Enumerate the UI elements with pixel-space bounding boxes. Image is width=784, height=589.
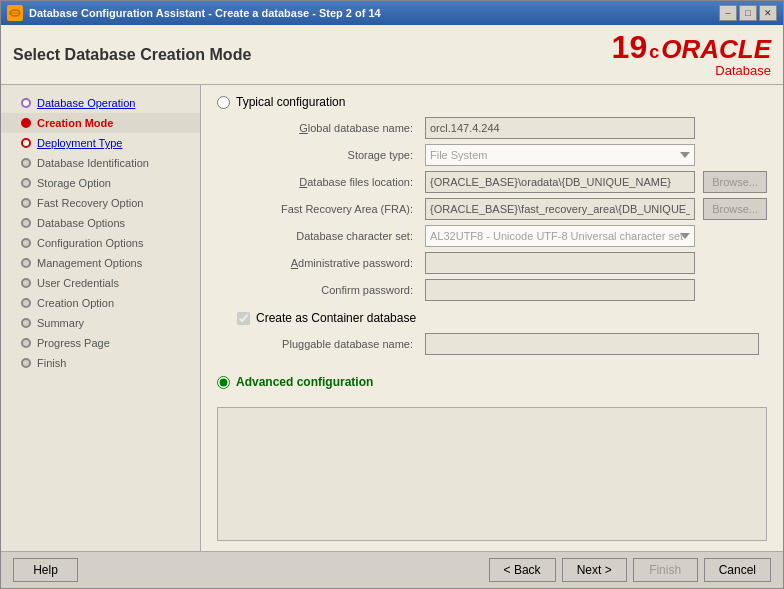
- help-button[interactable]: Help: [13, 558, 78, 582]
- next-button[interactable]: Next >: [562, 558, 627, 582]
- step-circle-2: [21, 118, 31, 128]
- advanced-label[interactable]: Advanced configuration: [236, 375, 373, 389]
- back-label: < Back: [504, 563, 541, 577]
- sidebar-item-database-options: Database Options: [1, 213, 200, 233]
- sidebar-item-database-operation[interactable]: Database Operation: [1, 93, 200, 113]
- sidebar-label-configuration-options: Configuration Options: [37, 237, 143, 249]
- charset-spacer: [703, 225, 767, 247]
- db-files-browse-button[interactable]: Browse...: [703, 171, 767, 193]
- sidebar-label-storage-option: Storage Option: [37, 177, 111, 189]
- header: Select Database Creation Mode 19c ORACLE…: [1, 25, 783, 85]
- cancel-button[interactable]: Cancel: [704, 558, 771, 582]
- pluggable-db-label: Pluggable database name:: [237, 333, 417, 355]
- pluggable-db-input[interactable]: [425, 333, 759, 355]
- typical-radio[interactable]: [217, 96, 230, 109]
- confirm-password-label: Confirm password:: [237, 279, 417, 301]
- sidebar-label-finish: Finish: [37, 357, 66, 369]
- step-circle-1: [21, 98, 31, 108]
- sidebar-item-finish: Finish: [1, 353, 200, 373]
- typical-label[interactable]: Typical configuration: [236, 95, 345, 109]
- step-circle-10: [21, 278, 31, 288]
- storage-type-label: Storage type:: [237, 144, 417, 166]
- sidebar-label-creation-option: Creation Option: [37, 297, 114, 309]
- step-circle-9: [21, 258, 31, 268]
- step-circle-8: [21, 238, 31, 248]
- step-circle-5: [21, 178, 31, 188]
- oracle-db: Database: [715, 63, 771, 78]
- sidebar-item-deployment-type[interactable]: Deployment Type: [1, 133, 200, 153]
- step-circle-3: [21, 138, 31, 148]
- container-db-label[interactable]: Create as Container database: [256, 311, 416, 325]
- oracle-logo: 19c ORACLE Database: [612, 31, 771, 78]
- global-db-name-label: Global database name:: [237, 117, 417, 139]
- db-files-label: Database files location:: [237, 171, 417, 193]
- next-label: Next >: [577, 563, 612, 577]
- sidebar-item-creation-mode[interactable]: Creation Mode: [1, 113, 200, 133]
- sidebar-item-user-credentials: User Credentials: [1, 273, 200, 293]
- titlebar-left: Database Configuration Assistant - Creat…: [7, 5, 381, 21]
- sidebar-item-database-identification: Database Identification: [1, 153, 200, 173]
- advanced-radio-row: Advanced configuration: [217, 375, 767, 389]
- step-circle-12: [21, 318, 31, 328]
- footer: Help < Back Next > Finish Cancel: [1, 551, 783, 588]
- sidebar-label-database-operation: Database Operation: [37, 97, 135, 109]
- maximize-button[interactable]: □: [739, 5, 757, 21]
- sidebar-item-summary: Summary: [1, 313, 200, 333]
- step-circle-6: [21, 198, 31, 208]
- confirm-password-input[interactable]: [425, 279, 695, 301]
- sidebar-label-progress-page: Progress Page: [37, 337, 110, 349]
- typical-form: Global database name: Storage type: File…: [237, 117, 767, 301]
- cancel-label: Cancel: [719, 563, 756, 577]
- oracle-c: c: [649, 43, 659, 61]
- container-db-row: Create as Container database: [237, 311, 767, 325]
- footer-right: < Back Next > Finish Cancel: [489, 558, 771, 582]
- sidebar-label-creation-mode: Creation Mode: [37, 117, 113, 129]
- close-button[interactable]: ✕: [759, 5, 777, 21]
- finish-button[interactable]: Finish: [633, 558, 698, 582]
- back-button[interactable]: < Back: [489, 558, 556, 582]
- finish-label: Finish: [649, 563, 681, 577]
- fra-input[interactable]: [425, 198, 695, 220]
- sidebar-item-creation-option: Creation Option: [1, 293, 200, 313]
- step-circle-11: [21, 298, 31, 308]
- global-db-name-spacer: [703, 117, 767, 139]
- main-panel: Typical configuration Global database na…: [201, 85, 783, 551]
- charset-select[interactable]: AL32UTF8 - Unicode UTF-8 Universal chara…: [425, 225, 695, 247]
- minimize-button[interactable]: –: [719, 5, 737, 21]
- sidebar-label-management-options: Management Options: [37, 257, 142, 269]
- confirm-password-spacer: [703, 279, 767, 301]
- fra-browse-button[interactable]: Browse...: [703, 198, 767, 220]
- sidebar-label-database-options: Database Options: [37, 217, 125, 229]
- storage-type-select[interactable]: File System: [425, 144, 695, 166]
- sidebar-item-progress-page: Progress Page: [1, 333, 200, 353]
- sidebar-label-fast-recovery-option: Fast Recovery Option: [37, 197, 143, 209]
- sidebar-item-storage-option: Storage Option: [1, 173, 200, 193]
- pluggable-form: Pluggable database name:: [237, 333, 767, 355]
- advanced-radio[interactable]: [217, 376, 230, 389]
- sidebar-label-database-identification: Database Identification: [37, 157, 149, 169]
- sidebar-item-management-options: Management Options: [1, 253, 200, 273]
- step-circle-7: [21, 218, 31, 228]
- admin-password-input[interactable]: [425, 252, 695, 274]
- sidebar-item-fast-recovery-option: Fast Recovery Option: [1, 193, 200, 213]
- oracle-top: 19c ORACLE: [612, 31, 771, 63]
- db-files-input[interactable]: [425, 171, 695, 193]
- sidebar: Database Operation Creation Mode Deploym…: [1, 85, 201, 551]
- oracle-num: 19: [612, 31, 648, 63]
- sidebar-label-user-credentials: User Credentials: [37, 277, 119, 289]
- description-box: [217, 407, 767, 541]
- window-title: Database Configuration Assistant - Creat…: [29, 7, 381, 19]
- sidebar-label-summary: Summary: [37, 317, 84, 329]
- container-db-checkbox[interactable]: [237, 312, 250, 325]
- charset-label: Database character set:: [237, 225, 417, 247]
- step-circle-13: [21, 338, 31, 348]
- admin-password-spacer: [703, 252, 767, 274]
- sidebar-label-deployment-type: Deployment Type: [37, 137, 122, 149]
- main-window: Database Configuration Assistant - Creat…: [0, 0, 784, 589]
- sidebar-item-configuration-options: Configuration Options: [1, 233, 200, 253]
- content-area: Database Operation Creation Mode Deploym…: [1, 85, 783, 551]
- admin-password-label: Administrative password:: [237, 252, 417, 274]
- help-label: Help: [33, 563, 58, 577]
- global-db-name-input[interactable]: [425, 117, 695, 139]
- app-icon: [7, 5, 23, 21]
